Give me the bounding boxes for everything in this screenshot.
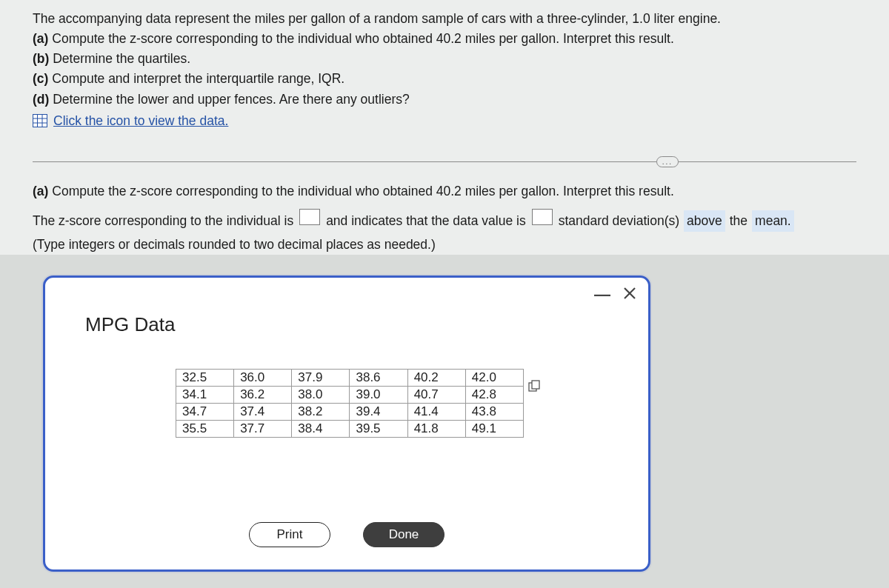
part-b-label: (b) [33,51,49,66]
table-cell: 38.0 [292,387,350,404]
part-b: (b) Determine the quartiles. [33,49,856,69]
table-cell: 39.4 [350,404,407,421]
table-cell: 49.1 [465,421,523,438]
table-cell: 38.2 [292,404,350,421]
table-icon[interactable] [33,114,47,127]
section-divider: ... [33,156,856,167]
divider-line [33,161,856,162]
table-cell: 42.8 [465,387,523,404]
modal-button-row: Print Done [45,522,648,547]
mpg-data-modal: — MPG Data 32.5 36.0 37.9 38.6 40.2 42.0… [43,275,650,572]
table-cell: 38.4 [292,421,350,438]
sentence-frag-1: The z-score corresponding to the individ… [33,211,293,231]
svg-rect-8 [532,381,539,389]
svg-rect-0 [33,115,47,127]
sentence-frag-4: the [730,211,748,231]
table-row: 32.5 36.0 37.9 38.6 40.2 42.0 [176,370,524,387]
table-row: 35.5 37.7 38.4 39.5 41.8 49.1 [176,421,524,438]
table-cell: 43.8 [465,404,523,421]
table-cell: 41.8 [407,421,465,438]
table-cell: 39.0 [350,387,407,404]
close-icon[interactable] [623,285,636,304]
reference-dropdown[interactable]: mean. [752,210,794,232]
part-c-label: (c) [33,71,48,86]
part-a-text: Compute the z-score corresponding to the… [52,31,674,46]
table-cell: 37.9 [292,370,350,387]
part-a: (a) Compute the z-score corresponding to… [33,29,856,49]
sentence-frag-3: standard deviation(s) [559,211,679,231]
table-cell: 42.0 [465,370,523,387]
print-button[interactable]: Print [249,522,330,547]
answer-heading-text: Compute the z-score corresponding to the… [52,184,674,198]
modal-title: MPG Data [45,278,648,336]
table-cell: 37.7 [234,421,292,438]
zscore-input[interactable] [299,209,320,225]
rounding-hint: (Type integers or decimals rounded to tw… [33,235,856,255]
table-cell: 40.7 [407,387,465,404]
part-d-label: (d) [33,92,49,107]
part-c-text: Compute and interpret the interquartile … [52,71,344,86]
part-c: (c) Compute and interpret the interquart… [33,69,856,89]
answer-heading-label: (a) [33,184,48,198]
question-page: The accompanying data represent the mile… [0,0,889,255]
data-link-row: Click the icon to view the data. [33,111,856,131]
table-cell: 36.2 [234,387,292,404]
mpg-data-table: 32.5 36.0 37.9 38.6 40.2 42.0 34.1 36.2 … [176,369,524,438]
table-cell: 37.4 [234,404,292,421]
answer-sentence: The z-score corresponding to the individ… [33,209,856,232]
table-cell: 38.6 [350,370,407,387]
table-cell: 34.1 [176,387,234,404]
direction-dropdown[interactable]: above [684,210,725,232]
table-row: 34.1 36.2 38.0 39.0 40.7 42.8 [176,387,524,404]
table-row: 34.7 37.4 38.2 39.4 41.4 43.8 [176,404,524,421]
table-cell: 41.4 [407,404,465,421]
data-table-wrap: 32.5 36.0 37.9 38.6 40.2 42.0 34.1 36.2 … [176,369,524,438]
table-cell: 34.7 [176,404,234,421]
part-a-label: (a) [33,31,48,46]
sd-count-input[interactable] [532,209,553,225]
table-cell: 35.5 [176,421,234,438]
part-b-text: Determine the quartiles. [53,51,190,66]
answer-heading: (a) Compute the z-score corresponding to… [33,181,856,201]
table-cell: 40.2 [407,370,465,387]
ellipsis-button[interactable]: ... [656,156,679,167]
modal-window-controls: — [594,285,636,304]
part-d-text: Determine the lower and upper fences. Ar… [53,92,410,107]
done-button[interactable]: Done [363,522,444,547]
table-cell: 36.0 [234,370,292,387]
minimize-icon[interactable]: — [594,285,610,304]
view-data-link[interactable]: Click the icon to view the data. [53,111,228,131]
question-intro: The accompanying data represent the mile… [33,9,856,29]
table-cell: 39.5 [350,421,407,438]
copy-icon[interactable] [528,380,540,395]
part-d: (d) Determine the lower and upper fences… [33,90,856,110]
table-cell: 32.5 [176,370,234,387]
sentence-frag-2: and indicates that the data value is [326,211,526,231]
